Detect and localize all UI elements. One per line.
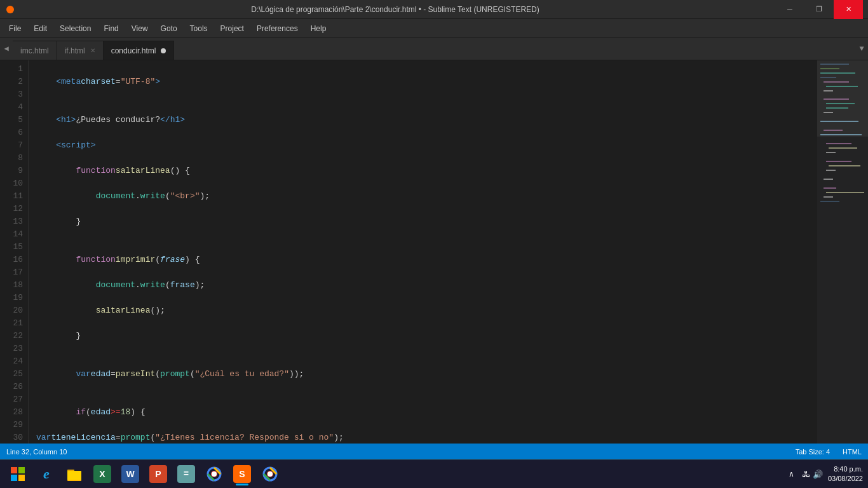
taskbar-app-chrome[interactable] (201, 461, 227, 487)
svg-rect-16 (826, 143, 851, 144)
title-bar: D:\Lógica de programación\Parte 2\conduc… (0, 0, 868, 19)
svg-rect-20 (829, 165, 860, 166)
svg-rect-18 (826, 152, 836, 153)
calc-icon: = (177, 465, 195, 483)
tab-if-label: if.html (65, 46, 85, 55)
menu-project[interactable]: Project (214, 22, 250, 36)
svg-rect-27 (817, 60, 868, 137)
svg-rect-24 (826, 192, 864, 193)
taskbar-time-display: 8:40 p.m. (828, 464, 863, 474)
svg-rect-25 (824, 196, 833, 198)
tab-scroll-right[interactable]: ▼ (855, 37, 868, 60)
status-bar: Line 32, Column 10 Tab Size: 4 HTML (0, 444, 868, 459)
svg-rect-22 (824, 179, 833, 180)
tab-conducir-modified-dot (161, 48, 166, 53)
taskbar-right: ∧ 🖧 🔊 8:40 p.m. 03/08/2022 (786, 464, 863, 484)
svg-rect-23 (824, 187, 836, 189)
tab-conducir[interactable]: conducir.html (104, 41, 175, 60)
menu-edit[interactable]: Edit (27, 22, 53, 36)
tab-if[interactable]: if.html ✕ (57, 41, 104, 60)
menu-view[interactable]: View (125, 22, 154, 36)
svg-point-40 (268, 471, 273, 477)
taskbar-app-explorer[interactable] (61, 461, 88, 487)
taskbar-app-calc[interactable]: = (173, 461, 200, 487)
taskbar-app-word[interactable]: W (117, 461, 144, 487)
status-right: Tab Size: 4 HTML (796, 448, 862, 456)
explorer-icon (65, 465, 83, 483)
excel-icon: X (93, 465, 111, 483)
svg-rect-31 (18, 475, 25, 481)
menu-preferences[interactable]: Preferences (250, 22, 304, 36)
tab-conducir-label: conducir.html (111, 46, 156, 55)
tab-imc-label: imc.html (20, 46, 49, 55)
window-title: D:\Lógica de programación\Parte 2\conduc… (15, 5, 775, 14)
minimap[interactable] (817, 60, 868, 444)
sublime-icon: S (233, 465, 251, 483)
taskbar-app-powerpoint[interactable]: P (145, 461, 172, 487)
svg-rect-30 (11, 475, 17, 481)
word-icon: W (121, 465, 139, 483)
chrome-icon (205, 465, 223, 483)
taskbar-app-excel[interactable]: X (89, 461, 116, 487)
menu-goto[interactable]: Goto (154, 22, 184, 36)
taskbar-app-ie[interactable]: e (33, 461, 60, 487)
ppt-icon: P (149, 465, 167, 483)
menu-selection[interactable]: Selection (53, 22, 97, 36)
status-syntax[interactable]: HTML (843, 448, 862, 456)
close-button[interactable]: ✕ (834, 0, 863, 19)
tab-scroll-left[interactable]: ◀ (0, 37, 13, 60)
tab-imc[interactable]: imc.html (13, 41, 57, 60)
ie-icon: e (37, 465, 55, 483)
sys-icons: 🖧 🔊 (802, 470, 823, 479)
maximize-button[interactable]: ❐ (804, 0, 834, 19)
svg-point-37 (212, 471, 217, 477)
svg-rect-34 (67, 471, 81, 480)
taskbar-app-chrome2[interactable] (257, 461, 283, 487)
status-line-col[interactable]: Line 32, Column 10 (6, 448, 67, 456)
status-tab-size[interactable]: Tab Size: 4 (796, 448, 830, 456)
network-icon[interactable]: 🖧 (802, 470, 810, 479)
svg-rect-17 (829, 147, 857, 149)
start-button[interactable] (5, 461, 31, 487)
menu-bar: File Edit Selection Find View Goto Tools… (0, 19, 868, 38)
window-controls: ─ ❐ ✕ (775, 0, 863, 19)
taskbar-date-display: 03/08/2022 (828, 474, 863, 484)
system-tray-expand[interactable]: ∧ (786, 467, 797, 481)
svg-point-0 (6, 6, 14, 13)
svg-rect-28 (11, 467, 17, 473)
editor-area: 1 2 3 4 5 6 7 8 9 10 11 12 13 14 15 16 1… (0, 60, 868, 444)
svg-rect-26 (820, 201, 839, 202)
svg-rect-21 (826, 170, 836, 171)
app-icon (5, 4, 15, 15)
menu-find[interactable]: Find (97, 22, 125, 36)
tab-bar: ◀ imc.html if.html ✕ conducir.html ▼ (0, 38, 868, 60)
taskbar-clock[interactable]: 8:40 p.m. 03/08/2022 (828, 464, 863, 484)
taskbar: e X W P = (0, 459, 868, 488)
chrome2-icon (261, 465, 279, 483)
tab-if-close[interactable]: ✕ (90, 47, 95, 54)
code-content[interactable]: <meta charset="UTF-8"> <h1>¿Puedes condu… (29, 60, 817, 444)
svg-rect-29 (18, 467, 25, 473)
svg-rect-19 (826, 161, 851, 162)
menu-help[interactable]: Help (304, 22, 333, 36)
line-numbers: 1 2 3 4 5 6 7 8 9 10 11 12 13 14 15 16 1… (0, 60, 29, 444)
menu-file[interactable]: File (3, 22, 27, 36)
taskbar-apps: e X W P = (33, 461, 786, 487)
minimize-button[interactable]: ─ (775, 0, 804, 19)
volume-icon[interactable]: 🔊 (813, 470, 823, 479)
menu-tools[interactable]: Tools (184, 22, 214, 36)
taskbar-app-sublime[interactable]: S (229, 461, 255, 487)
